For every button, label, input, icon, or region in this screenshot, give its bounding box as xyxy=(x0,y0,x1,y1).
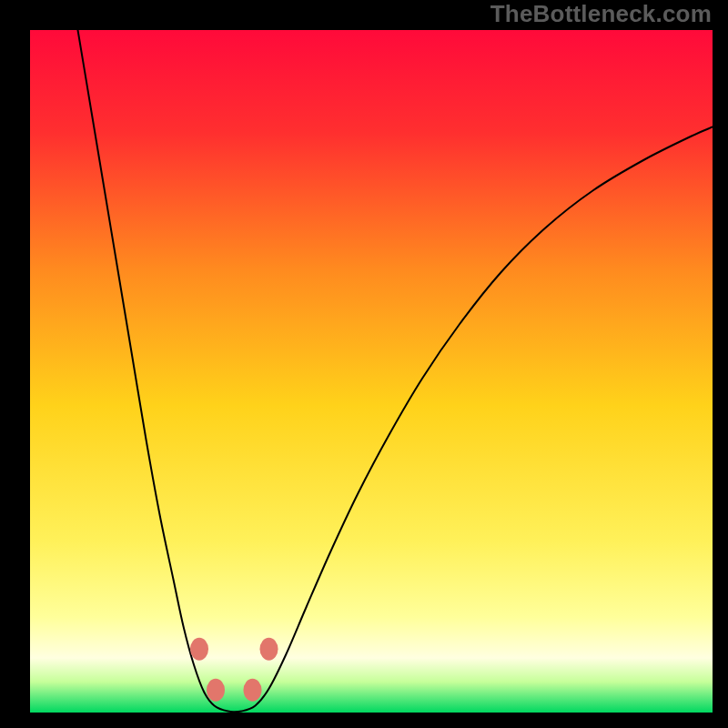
chart-frame: TheBottleneck.com xyxy=(0,0,728,728)
gradient-background xyxy=(30,30,713,713)
highlight-dot xyxy=(260,638,278,661)
highlight-dot xyxy=(244,679,262,702)
plot-area xyxy=(30,30,713,713)
watermark-text: TheBottleneck.com xyxy=(490,0,712,28)
highlight-dot xyxy=(190,638,208,661)
highlight-dot xyxy=(207,679,225,702)
chart-svg xyxy=(30,30,713,713)
